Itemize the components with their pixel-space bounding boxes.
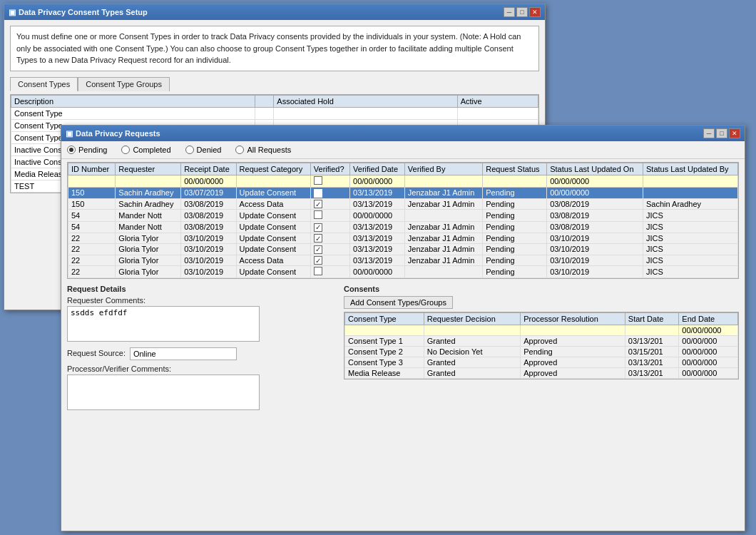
- requester-comments-textarea[interactable]: ssdds efdfdf: [67, 306, 260, 342]
- tab-consent-type-groups[interactable]: Consent Type Groups: [78, 77, 170, 91]
- col-end-date: End Date: [679, 313, 738, 325]
- request-source-input[interactable]: [130, 347, 237, 360]
- col-associated-hold: Associated Hold: [274, 95, 457, 107]
- requests-window-title: Data Privacy Requests: [76, 129, 160, 138]
- consent-types-tabs: Consent Types Consent Type Groups: [10, 77, 539, 91]
- radio-completed-label: Completed: [133, 146, 170, 154]
- col-verified-by: Verified By: [404, 163, 482, 175]
- checkbox-row0[interactable]: [314, 189, 322, 198]
- col-processor-resolution: Processor Resolution: [521, 313, 625, 325]
- request-details-title: Request Details: [67, 285, 338, 293]
- consents-table-container[interactable]: Consent Type Requester Decision Processo…: [344, 312, 739, 379]
- consents-table: Consent Type Requester Decision Processo…: [344, 312, 738, 379]
- filter-radio-group: Pending Completed Denied All Requests: [61, 141, 745, 159]
- add-consent-types-button[interactable]: Add Consent Types/Groups: [344, 296, 453, 309]
- requests-maximize-button[interactable]: □: [716, 128, 727, 138]
- requests-titlebar: ▣ Data Privacy Requests ─ □ ✕: [61, 126, 745, 141]
- radio-all-requests-circle: [235, 146, 244, 154]
- processor-comments-textarea[interactable]: [67, 374, 260, 410]
- consent-types-close-button[interactable]: ✕: [529, 7, 541, 17]
- radio-completed-circle: [121, 146, 130, 154]
- table-row[interactable]: 54 Mander Nott 03/08/2019 Update Consent…: [68, 210, 738, 222]
- consent-types-window-title: Data Privacy Consent Types Setup: [19, 8, 148, 16]
- consent-types-window-icon: ▣: [9, 8, 16, 17]
- col-verified-date: Verified Date: [350, 163, 405, 175]
- consent-row[interactable]: Consent Type 1 Granted Approved 03/13/20…: [345, 336, 738, 347]
- consents-title: Consents: [344, 285, 739, 293]
- tab-consent-types[interactable]: Consent Types: [10, 77, 78, 91]
- radio-denied-circle: [185, 146, 194, 154]
- table-row[interactable]: 22 Gloria Tylor 03/10/2019 Update Consen…: [68, 233, 738, 244]
- checkbox-row5[interactable]: [314, 245, 322, 254]
- consent-row[interactable]: Media Release Granted Approved 03/13/201…: [345, 368, 738, 379]
- bottom-section: Request Details Requester Comments: ssdd…: [61, 282, 745, 414]
- table-row[interactable]: 22 Gloria Tylor 03/10/2019 Update Consen…: [68, 266, 738, 278]
- col-consent-type: Consent Type: [345, 313, 424, 325]
- consents-panel: Consents Add Consent Types/Groups Consen…: [344, 285, 739, 412]
- requests-minimize-button[interactable]: ─: [703, 128, 715, 138]
- col-verified: Verified?: [310, 163, 349, 175]
- col-status-updated-on: Status Last Updated On: [547, 163, 643, 175]
- consents-blank-row: 00/00/0000: [345, 325, 738, 336]
- table-row[interactable]: 22 Gloria Tylor 03/10/2019 Update Consen…: [68, 244, 738, 255]
- col-receipt-date: Receipt Date: [181, 163, 236, 175]
- radio-denied[interactable]: Denied: [185, 146, 222, 154]
- table-row[interactable]: 150 Sachin Aradhey 03/08/2019 Access Dat…: [68, 198, 738, 210]
- col-requester: Requester: [116, 163, 181, 175]
- radio-pending-circle: [67, 146, 76, 154]
- radio-pending-label: Pending: [78, 146, 107, 154]
- col-request-status: Request Status: [483, 163, 547, 175]
- requests-table-container[interactable]: ID Number Requester Receipt Date Request…: [67, 162, 739, 279]
- table-row[interactable]: 22 Gloria Tylor 03/10/2019 Access Data 0…: [68, 255, 738, 266]
- requests-window-icon: ▣: [66, 129, 73, 138]
- data-privacy-requests-window: ▣ Data Privacy Requests ─ □ ✕ Pending Co…: [61, 125, 745, 531]
- requests-table: ID Number Requester Receipt Date Request…: [68, 163, 738, 278]
- col-start-date: Start Date: [625, 313, 679, 325]
- consent-types-titlebar: ▣ Data Privacy Consent Types Setup ─ □ ✕: [4, 4, 545, 20]
- radio-denied-label: Denied: [197, 146, 222, 154]
- requester-comments-label: Requester Comments:: [67, 296, 338, 305]
- radio-pending[interactable]: Pending: [67, 146, 107, 154]
- checkbox-row2[interactable]: [314, 210, 322, 219]
- row-desc: Consent Type: [11, 107, 255, 119]
- consent-row[interactable]: Consent Type 3 Granted Approved 03/13/20…: [345, 357, 738, 368]
- table-row[interactable]: Consent Type: [11, 107, 538, 119]
- request-details-panel: Request Details Requester Comments: ssdd…: [67, 285, 338, 412]
- checkbox-row4[interactable]: [314, 234, 322, 243]
- radio-all-requests-label: All Requests: [247, 146, 291, 154]
- checkbox-row6[interactable]: [314, 256, 322, 265]
- checkbox-row1[interactable]: [314, 200, 322, 208]
- table-row[interactable]: 150 Sachin Aradhey 03/07/2019 Update Con…: [68, 188, 738, 199]
- radio-all-requests[interactable]: All Requests: [235, 146, 291, 154]
- consent-types-maximize-button[interactable]: □: [516, 7, 528, 17]
- consent-row[interactable]: Consent Type 2 No Decision Yet Pending 0…: [345, 347, 738, 357]
- checkbox-row7[interactable]: [314, 267, 322, 275]
- checkbox-blank[interactable]: [314, 176, 322, 185]
- requests-close-button[interactable]: ✕: [729, 128, 740, 138]
- col-id: ID Number: [68, 163, 116, 175]
- consent-types-minimize-button[interactable]: ─: [504, 7, 515, 17]
- consent-types-info-box: You must define one or more Consent Type…: [10, 26, 539, 71]
- col-spacer: [255, 95, 274, 107]
- checkbox-row3[interactable]: [314, 223, 322, 232]
- request-source-label: Request Source:: [67, 349, 126, 357]
- table-row[interactable]: 54 Mander Nott 03/08/2019 Update Consent…: [68, 222, 738, 233]
- table-row-blank[interactable]: 00/00/0000 00/00/0000 00/00/0000: [68, 175, 738, 188]
- col-requester-decision: Requester Decision: [424, 313, 520, 325]
- processor-comments-label: Processor/Verifier Comments:: [67, 365, 338, 373]
- col-active: Active: [457, 95, 538, 107]
- col-request-category: Request Category: [236, 163, 310, 175]
- radio-completed[interactable]: Completed: [121, 146, 170, 154]
- col-status-updated-by: Status Last Updated By: [643, 163, 738, 175]
- col-description: Description: [11, 95, 255, 107]
